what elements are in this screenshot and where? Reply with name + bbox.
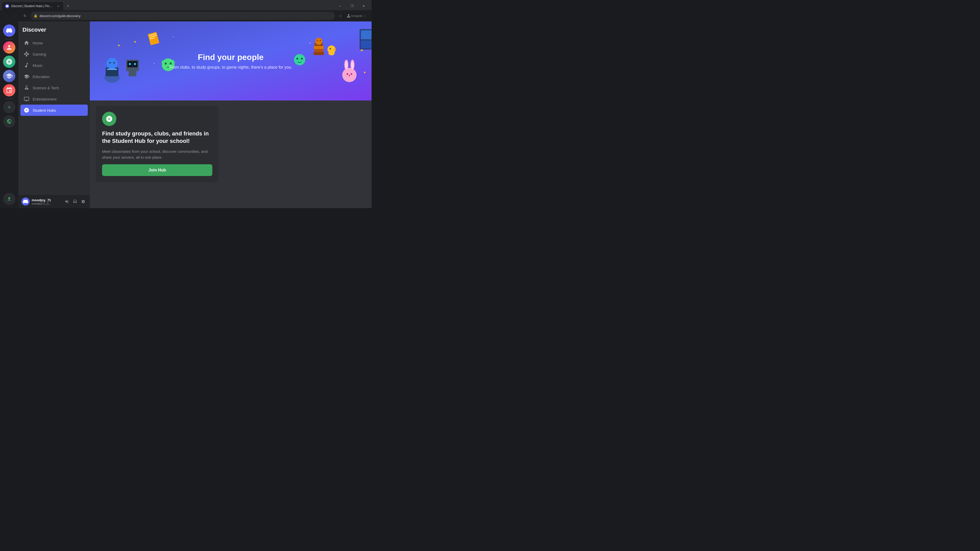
sidebar-item-music[interactable]: Music: [21, 60, 88, 71]
user-tag: moodjoy71_0...: [32, 202, 61, 205]
back-button[interactable]: ‹: [3, 12, 10, 19]
svg-point-4: [107, 58, 118, 69]
svg-point-6: [109, 62, 111, 64]
svg-rect-53: [361, 30, 372, 39]
svg-point-42: [294, 54, 305, 65]
svg-point-24: [173, 36, 174, 37]
join-hub-button[interactable]: Join Hub: [102, 164, 212, 176]
svg-point-33: [320, 40, 321, 41]
svg-rect-13: [132, 71, 136, 76]
new-tab-button[interactable]: +: [64, 3, 72, 10]
mute-button[interactable]: [63, 198, 70, 205]
svg-rect-29: [314, 46, 324, 49]
science-icon: [24, 85, 30, 91]
extensions-button[interactable]: Incognito: [353, 12, 360, 19]
deafen-button[interactable]: [72, 198, 79, 205]
browser-chrome: Discord | Student Hubs | Find yo ✕ + ─ ❐…: [0, 0, 372, 21]
lock-icon: 🔒: [34, 14, 38, 17]
user-info: moodjoy_71 moodjoy71_0...: [32, 198, 61, 205]
hero-content: Find your people From clubs, to study gr…: [169, 52, 292, 70]
sidebar: Discover Home Gaming Mu: [18, 21, 90, 208]
svg-point-40: [351, 73, 352, 75]
entertainment-icon: [24, 96, 30, 102]
svg-point-46: [328, 51, 334, 56]
maximize-button[interactable]: ❐: [346, 2, 358, 10]
server-divider: [5, 39, 13, 39]
svg-point-51: [364, 72, 366, 73]
svg-rect-12: [129, 71, 132, 76]
hub-icon: [102, 112, 116, 126]
svg-point-19: [165, 62, 167, 65]
minimize-button[interactable]: ─: [334, 2, 346, 10]
svg-point-48: [330, 48, 331, 49]
svg-text:✦: ✦: [153, 62, 156, 65]
sidebar-nav: Home Gaming Music Educatio: [18, 36, 90, 195]
explore-button[interactable]: [3, 115, 15, 127]
nav-actions: ☆ Incognito ⋮: [337, 12, 369, 19]
server-list: +: [0, 21, 18, 208]
sidebar-item-education[interactable]: Education: [21, 71, 88, 82]
svg-point-31: [315, 38, 322, 45]
card-section: Find study groups, clubs, and friends in…: [90, 100, 372, 187]
student-hubs-icon: [24, 107, 30, 113]
hub-card-description: Meet classmates from your school, discov…: [102, 149, 212, 160]
menu-button[interactable]: ⋮: [361, 12, 369, 19]
server-icon-2[interactable]: [3, 56, 15, 68]
tab-bar: Discord | Student Hubs | Find yo ✕ + ─ ❐…: [0, 0, 372, 10]
sidebar-item-home[interactable]: Home: [21, 37, 88, 48]
gaming-icon: [24, 51, 30, 57]
app-layout: + Discover Home Gamin: [0, 21, 372, 208]
svg-point-44: [301, 58, 303, 60]
svg-point-0: [8, 45, 10, 48]
svg-rect-5: [107, 68, 117, 70]
reload-button[interactable]: ↻: [21, 12, 29, 19]
username: moodjoy_71: [32, 198, 61, 202]
svg-point-32: [317, 40, 318, 41]
tab-title: Discord | Student Hubs | Find yo: [11, 4, 54, 8]
discord-home-button[interactable]: [3, 24, 15, 37]
svg-point-39: [347, 73, 348, 75]
svg-point-43: [297, 58, 298, 60]
svg-rect-9: [127, 61, 138, 67]
tab-favicon: [5, 4, 9, 8]
navigation-bar: ‹ › ↻ 🔒 discord.com/guild-discovery ☆ In…: [0, 10, 372, 21]
download-button[interactable]: [3, 193, 15, 205]
sidebar-title: Discover: [22, 27, 86, 33]
hub-card-title: Find study groups, clubs, and friends in…: [102, 130, 212, 144]
address-bar[interactable]: 🔒 discord.com/guild-discovery: [30, 12, 335, 20]
tab-close-button[interactable]: ✕: [56, 4, 60, 8]
window-controls: ─ ❐ ✕: [334, 2, 369, 10]
settings-button[interactable]: [80, 198, 87, 205]
user-panel: moodjoy_71 moodjoy71_0...: [18, 195, 90, 208]
close-button[interactable]: ✕: [358, 2, 369, 10]
svg-rect-27: [313, 52, 324, 55]
active-tab[interactable]: Discord | Student Hubs | Find yo ✕: [2, 2, 63, 10]
svg-point-38: [351, 61, 354, 69]
server-icon-4[interactable]: [3, 84, 15, 97]
hub-card: Find study groups, clubs, and friends in…: [96, 106, 218, 182]
sidebar-item-gaming[interactable]: Gaming: [21, 48, 88, 60]
svg-point-7: [113, 62, 115, 64]
forward-button[interactable]: ›: [12, 12, 19, 19]
svg-point-23: [134, 41, 136, 43]
hero-banner: ✦ ✦: [90, 21, 372, 100]
svg-text:✦: ✦: [117, 43, 121, 48]
main-content: ✦ ✦: [90, 21, 372, 208]
svg-text:✦: ✦: [309, 41, 312, 45]
sidebar-item-entertainment[interactable]: Entertainment: [21, 94, 88, 105]
user-avatar: [21, 197, 30, 206]
sidebar-item-science-tech[interactable]: Science & Tech: [21, 82, 88, 94]
home-icon: [24, 40, 30, 46]
svg-point-10: [129, 63, 131, 65]
server-icon-3[interactable]: [3, 70, 15, 82]
server-icon-1[interactable]: [3, 41, 15, 54]
add-server-button[interactable]: +: [3, 101, 15, 113]
sidebar-item-student-hubs[interactable]: Student Hubs: [21, 105, 88, 116]
user-actions: [63, 198, 87, 205]
svg-rect-54: [361, 41, 372, 48]
education-icon: [24, 73, 30, 79]
svg-rect-28: [314, 49, 323, 52]
hero-subtitle: From clubs, to study groups, to game nig…: [169, 65, 292, 70]
sidebar-header: Discover: [18, 21, 90, 36]
bookmark-button[interactable]: ☆: [337, 12, 344, 19]
